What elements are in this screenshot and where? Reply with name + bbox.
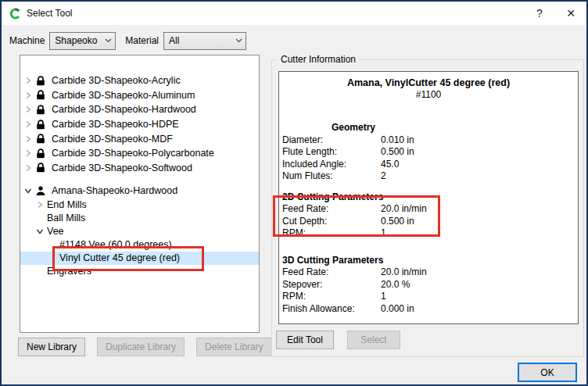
info-row-value: 1	[381, 291, 578, 303]
section-heading: Geometry	[279, 122, 428, 134]
select-tool-dialog: Select Tool ? ✕ Machine Shapeoko Materia…	[0, 0, 588, 386]
info-section: 3D Cutting ParametersFeed Rate:20.0 in/m…	[279, 255, 578, 316]
cutter-information-group: Cutter Information Amana, VinylCutter 45…	[271, 59, 584, 357]
info-section: 2D Cutting ParametersFeed Rate:20.0 in/m…	[279, 191, 578, 240]
select-button: Select	[347, 331, 400, 349]
new-library-button[interactable]: New Library	[18, 338, 85, 356]
tree-item[interactable]: Carbide 3D-Shapeoko-Polycarbonate	[20, 146, 259, 161]
tree-item[interactable]: Engravers	[20, 265, 259, 278]
expand-chevron-icon[interactable]	[36, 201, 44, 209]
tree-item[interactable]: Carbide 3D-Shapeoko-Hardwood	[20, 102, 259, 117]
lock-icon	[35, 76, 45, 86]
cutter-information-label: Cutter Information	[278, 54, 359, 65]
tree-item-label: Carbide 3D-Shapeoko-Aluminum	[52, 90, 195, 101]
info-row-value: 20.0 in/min	[381, 266, 578, 279]
collapse-chevron-icon[interactable]	[36, 227, 44, 235]
info-row-label: Diameter:	[279, 134, 381, 147]
expand-chevron-icon[interactable]	[24, 120, 32, 128]
tree-item-label: Carbide 3D-Shapeoko-HDPE	[52, 119, 179, 130]
info-row-value: 20.0 in/min	[381, 203, 578, 216]
lock-icon	[35, 90, 45, 100]
tree-item[interactable]: Carbide 3D-Shapeoko-Acrylic	[20, 73, 259, 88]
tool-number: #1100	[279, 89, 578, 101]
help-button[interactable]: ?	[524, 2, 555, 25]
info-row-value: 0.010 in	[381, 134, 578, 147]
tree-item[interactable]: End Mills	[20, 198, 259, 212]
edit-tool-button[interactable]: Edit Tool	[276, 331, 334, 349]
lock-icon	[35, 120, 45, 130]
tree-item-label: #1148 Vee (60.0 degrees)	[59, 239, 172, 250]
expand-chevron-icon[interactable]	[24, 135, 32, 143]
expand-chevron-icon[interactable]	[24, 91, 32, 99]
info-row-label: Feed Rate:	[279, 203, 381, 216]
machine-label: Machine	[9, 35, 45, 46]
close-button[interactable]: ✕	[555, 2, 586, 25]
expand-chevron-icon[interactable]	[24, 77, 32, 84]
expand-chevron-icon[interactable]	[24, 164, 32, 172]
tree-item[interactable]: Amana-Shapeoko-Hardwood	[20, 184, 259, 198]
info-row-value: 0.500 in	[381, 146, 578, 159]
tree-item[interactable]: Carbide 3D-Shapeoko-HDPE	[20, 117, 259, 132]
info-row-label: RPM:	[279, 227, 381, 240]
tree-item-selected[interactable]: Vinyl Cutter 45 degree (red)	[20, 252, 259, 265]
section-heading: 3D Cutting Parameters	[279, 255, 578, 267]
collapse-chevron-icon[interactable]	[24, 187, 32, 195]
info-row-label: Included Angle:	[279, 159, 381, 171]
lock-icon	[35, 163, 45, 173]
tree-item[interactable]: Vee	[20, 225, 259, 238]
info-row-label: Feed Rate:	[279, 266, 381, 279]
user-icon	[35, 186, 45, 196]
info-row-label: Stepover:	[279, 279, 381, 291]
lock-icon	[35, 148, 45, 159]
info-row-value: 0.500 in	[381, 216, 578, 228]
material-value: All	[169, 35, 232, 46]
info-row-value: 1	[381, 227, 578, 240]
info-row-label: RPM:	[279, 291, 381, 303]
library-buttons: New LibraryDuplicate LibraryDelete Libra…	[18, 338, 272, 356]
cutter-information-panel: Amana, VinylCutter 45 degree (red) #1100…	[278, 71, 579, 324]
dialog-title: Select Tool	[27, 8, 72, 19]
tree-item[interactable]: #1148 Vee (60.0 degrees)	[20, 238, 259, 252]
expand-chevron-icon[interactable]	[24, 149, 32, 157]
section-heading: 2D Cutting Parameters	[279, 191, 578, 204]
tree-item-label: Carbide 3D-Shapeoko-MDF	[52, 134, 173, 145]
chevron-down-icon	[105, 38, 112, 43]
tree-item-label: Carbide 3D-Shapeoko-Hardwood	[52, 104, 196, 115]
machine-select[interactable]: Shapeoko	[49, 32, 116, 50]
ok-button[interactable]: OK	[518, 363, 577, 382]
info-row-label: Cut Depth:	[279, 216, 381, 228]
filter-row: Machine Shapeoko Material All	[9, 31, 246, 50]
info-row-value: 0.000 in	[381, 303, 578, 316]
machine-value: Shapeoko	[55, 35, 102, 46]
expand-chevron-icon[interactable]	[24, 105, 32, 113]
tree-item-label: Carbide 3D-Shapeoko-Polycarbonate	[52, 148, 214, 159]
duplicate-library-button: Duplicate Library	[97, 338, 185, 356]
tree-item-label: Vinyl Cutter 45 degree (red)	[59, 252, 180, 263]
title-bar: Select Tool ? ✕	[2, 2, 586, 25]
tool-title: Amana, VinylCutter 45 degree (red)	[279, 77, 578, 89]
tree-item-label: End Mills	[47, 199, 87, 210]
info-row-label: Flute Length:	[279, 146, 381, 159]
info-row-value: 2	[381, 170, 578, 183]
tree-item-label: Ball Mills	[47, 213, 85, 223]
tree-item[interactable]: Carbide 3D-Shapeoko-Softwood	[20, 161, 259, 176]
tree-item-label: Engravers	[47, 266, 91, 277]
tree-item[interactable]: Ball Mills	[20, 212, 259, 225]
material-select[interactable]: All	[163, 32, 246, 50]
tree-item-label: Carbide 3D-Shapeoko-Acrylic	[52, 75, 181, 86]
carbide-create-logo-icon	[9, 7, 21, 20]
info-row-label: Finish Allowance:	[279, 303, 381, 316]
info-row-label: Num Flutes:	[279, 170, 381, 183]
tree-item-label: Vee	[47, 226, 64, 237]
tool-library-tree[interactable]: Carbide 3D-Shapeoko-AcrylicCarbide 3D-Sh…	[20, 55, 260, 333]
delete-library-button: Delete Library	[196, 338, 272, 356]
tree-item[interactable]: Carbide 3D-Shapeoko-MDF	[20, 131, 259, 146]
material-label: Material	[125, 35, 159, 46]
lock-icon	[35, 105, 45, 115]
tool-buttons: Edit ToolSelect	[276, 331, 400, 349]
tree-item[interactable]: Carbide 3D-Shapeoko-Aluminum	[20, 88, 259, 103]
tree-item-label: Carbide 3D-Shapeoko-Softwood	[52, 163, 192, 173]
tree-item-label: Amana-Shapeoko-Hardwood	[52, 185, 177, 196]
info-row-value: 20.0 %	[381, 279, 578, 291]
lock-icon	[35, 134, 45, 144]
